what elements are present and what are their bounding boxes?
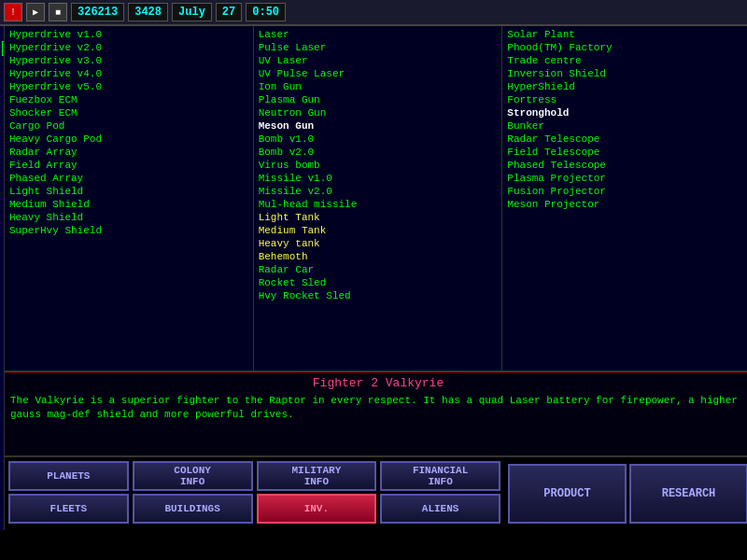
eq-item[interactable]: Light Shield [7, 185, 250, 198]
eq-item[interactable]: Phased Telescope [505, 159, 747, 172]
eq-item[interactable]: SuperHvy Shield [7, 224, 250, 237]
eq-item[interactable]: Bomb v1.0 [257, 133, 500, 146]
eq-item[interactable]: Stronghold [505, 106, 747, 119]
description-title: Fighter 2 Valkyrie [10, 376, 746, 390]
eq-item[interactable]: Medium Tank [257, 224, 500, 237]
equipment-area: Hyperdrive v1.0Hyperdrive v2.0Hyperdrive… [5, 26, 747, 371]
eq-item[interactable]: Rocket Sled [257, 276, 500, 289]
eq-item[interactable]: Fusion Projector [505, 185, 747, 198]
fleets-button[interactable]: FLEETS [8, 494, 129, 524]
eq-item[interactable]: Heavy Shield [7, 211, 250, 224]
eq-item[interactable]: Plasma Projector [505, 172, 747, 185]
eq-item[interactable]: Missile v1.0 [257, 172, 500, 185]
day-display: 27 [216, 3, 242, 21]
equipment-col3: Solar PlantPhood(TM) FactoryTrade centre… [502, 26, 747, 371]
eq-item[interactable]: Field Array [7, 159, 250, 172]
military-info-button[interactable]: MILITARYINFO [257, 461, 377, 491]
eq-item[interactable]: Bomb v2.0 [257, 146, 500, 159]
description-box: Fighter 2 Valkyrie The Valkyrie is a sup… [5, 371, 747, 455]
nav-row-2: FLEETS BUILDINGS INV. ALIENS [8, 494, 500, 524]
eq-item[interactable]: Bunker [505, 119, 747, 133]
month-display: July [172, 3, 212, 21]
time-display: 0:50 [246, 3, 286, 21]
bottom-nav: PLANETS COLONYINFO MILITARYINFO FINANCIA… [5, 455, 747, 530]
alert-icon[interactable]: ! [4, 3, 22, 21]
nav-row-1: PLANETS COLONYINFO MILITARYINFO FINANCIA… [8, 461, 500, 491]
eq-item[interactable]: Hyperdrive v4.0 [7, 67, 250, 80]
eq-item[interactable]: Laser [257, 28, 500, 41]
eq-item[interactable]: Meson Projector [505, 198, 747, 211]
eq-item[interactable]: Cargo Pod [7, 119, 250, 133]
eq-item[interactable]: Light Tank [257, 211, 500, 224]
eq-item[interactable]: Field Telescope [505, 146, 747, 159]
eq-item[interactable]: Neutron Gun [257, 106, 500, 119]
eq-item[interactable]: Phood(TM) Factory [505, 41, 747, 54]
research-button[interactable]: RESEARCH [629, 464, 747, 524]
nav-buttons-left: PLANETS COLONYINFO MILITARYINFO FINANCIA… [5, 457, 504, 530]
eq-item[interactable]: Plasma Gun [257, 93, 500, 106]
product-button[interactable]: PRODUCT [508, 464, 627, 524]
eq-item[interactable]: Mul-head missile [257, 198, 500, 211]
colony-info-button[interactable]: COLONYINFO [133, 461, 253, 491]
eq-item[interactable]: Hvy Rocket Sled [257, 289, 500, 302]
eq-item[interactable]: Fortress [505, 93, 747, 106]
eq-item[interactable]: Behemoth [257, 250, 500, 263]
eq-item[interactable]: Fuezbox ECM [7, 93, 250, 106]
description-text: The Valkyrie is a superior fighter to th… [10, 394, 746, 423]
eq-item[interactable]: Hyperdrive v5.0 [7, 80, 250, 93]
eq-item[interactable]: UV Pulse Laser [257, 67, 500, 80]
eq-item[interactable]: Meson Gun [257, 119, 500, 133]
equipment-col1: Hyperdrive v1.0Hyperdrive v2.0Hyperdrive… [5, 26, 254, 371]
eq-item[interactable]: Virus bomb [257, 159, 500, 172]
pause-icon[interactable]: ▶ [26, 3, 45, 21]
eq-item[interactable]: Hyperdrive v1.0 [7, 28, 250, 41]
center-area: Hyperdrive v1.0Hyperdrive v2.0Hyperdrive… [5, 26, 747, 530]
financial-info-button[interactable]: FINANCIALINFO [380, 461, 500, 491]
eq-item[interactable]: Radar Array [7, 146, 250, 159]
eq-item[interactable]: Solar Plant [505, 28, 747, 41]
production-display: 3428 [128, 3, 168, 21]
eq-item[interactable]: Pulse Laser [257, 41, 500, 54]
eq-item[interactable]: Radar Car [257, 263, 500, 276]
eq-item[interactable]: Ion Gun [257, 80, 500, 93]
eq-item[interactable]: Heavy tank [257, 237, 500, 250]
main-area: Fighter 1Fighter 2Fighter 3Fighter 4Figh… [0, 26, 747, 530]
eq-item[interactable]: HyperShield [505, 80, 747, 93]
buildings-button[interactable]: BUILDINGS [133, 494, 253, 524]
eq-item[interactable]: Medium Shield [7, 198, 250, 211]
credits-display: 326213 [71, 3, 124, 21]
top-bar: ! ▶ ■ 326213 3428 July 27 0:50 [0, 0, 747, 26]
eq-item[interactable]: Heavy Cargo Pod [7, 133, 250, 146]
stop-icon[interactable]: ■ [49, 3, 67, 21]
eq-item[interactable]: Inversion Shield [505, 67, 747, 80]
eq-item[interactable]: Phased Array [7, 172, 250, 185]
eq-item[interactable]: Shocker ECM [7, 106, 250, 119]
eq-item[interactable]: Hyperdrive v3.0 [7, 54, 250, 67]
eq-item[interactable]: Hyperdrive v2.0 [7, 41, 250, 54]
equipment-col2: LaserPulse LaserUV LaserUV Pulse LaserIo… [254, 26, 503, 371]
eq-item[interactable]: Radar Telescope [505, 133, 747, 146]
eq-item[interactable]: Trade centre [505, 54, 747, 67]
inv-button[interactable]: INV. [257, 494, 377, 524]
eq-item[interactable]: UV Laser [257, 54, 500, 67]
nav-buttons-right: PRODUCT RESEARCH [504, 457, 747, 530]
eq-item[interactable]: Missile v2.0 [257, 185, 500, 198]
planets-button[interactable]: PLANETS [8, 461, 129, 491]
aliens-button[interactable]: ALIENS [380, 494, 500, 524]
